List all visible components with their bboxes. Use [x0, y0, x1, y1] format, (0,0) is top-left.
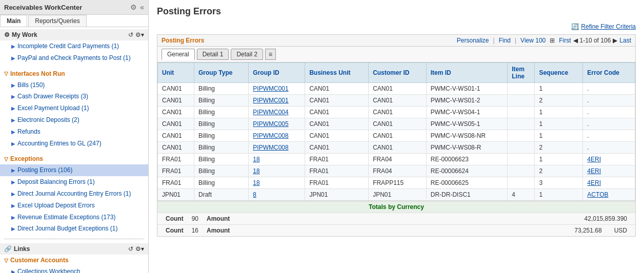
table-cell: 1 — [535, 130, 583, 142]
table-cell — [508, 118, 535, 130]
tab-detail1[interactable]: Detail 1 — [197, 49, 229, 60]
sidebar-item-cash-drawer[interactable]: ▶ Cash Drawer Receipts (3) — [0, 91, 148, 102]
config-icon[interactable]: ⚙▾ — [135, 31, 144, 38]
sidebar-item-excel-upload[interactable]: ▶ Excel Payment Upload (1) — [0, 102, 148, 114]
table-cell[interactable]: 18 — [249, 165, 305, 177]
table-cell: . — [583, 83, 635, 95]
links-header: 🔗 Links ↺ ⚙▾ — [0, 243, 148, 255]
table-cell: JPN01 — [158, 189, 194, 201]
totals-count-value-2: 16 — [192, 227, 198, 234]
tab-general[interactable]: General — [162, 49, 195, 60]
sidebar-item-collections-workbench[interactable]: ▶ Collections Workbench — [0, 266, 148, 273]
table-cell — [508, 142, 535, 154]
table-cell[interactable]: PIPWMC001 — [249, 83, 305, 95]
table-cell[interactable]: 18 — [249, 177, 305, 189]
view-link[interactable]: View 100 — [520, 37, 546, 44]
sidebar-item-posting-errors[interactable]: ▶ Posting Errors (106) — [0, 164, 148, 176]
arrow-right-icon: ▶ — [11, 268, 15, 273]
table-cell[interactable]: PIPWMC008 — [249, 142, 305, 154]
sidebar-item-paypal-echeck[interactable]: ▶ PayPal and eCheck Payments to Post (1) — [0, 52, 148, 64]
interfaces-section: ▽ Interfaces Not Run ▶ Bills (150) ▶ Cas… — [0, 66, 148, 152]
table-cell: CAN01 — [369, 107, 427, 118]
arrow-right-icon: ▶ — [11, 82, 15, 89]
sidebar-item-excel-upload-deposit[interactable]: ▶ Excel Upload Deposit Errors — [0, 200, 148, 212]
table-cell[interactable]: PIPWMC005 — [249, 118, 305, 130]
table-cell — [508, 107, 535, 118]
links-title: 🔗 Links — [4, 245, 30, 253]
first-page-link[interactable]: First — [559, 37, 571, 44]
table-cell[interactable]: 18 — [249, 154, 305, 165]
arrow-right-icon: ▶ — [11, 225, 15, 233]
table-cell: CAN01 — [369, 95, 427, 107]
refresh-links-icon[interactable]: ↺ — [128, 245, 133, 253]
table-cell[interactable]: ACTOB — [583, 189, 635, 201]
sidebar-item-deposit-balancing[interactable]: ▶ Deposit Balancing Errors (1) — [0, 176, 148, 188]
gear-icon[interactable]: ⚙ — [130, 3, 137, 11]
next-arrow-icon[interactable]: ▶ — [613, 37, 617, 44]
sidebar-item-revenue-estimate[interactable]: ▶ Revenue Estimate Exceptions (173) — [0, 212, 148, 223]
table-cell[interactable]: 4ERI — [583, 177, 635, 189]
last-page-link[interactable]: Last — [619, 37, 631, 44]
table-cell: CAN01 — [158, 107, 194, 118]
exceptions-header[interactable]: ▽ Exceptions — [0, 153, 148, 164]
chain-icon: 🔗 — [4, 245, 12, 253]
table-row: FRA01Billing18FRA01FRAPP115RE-0000662534… — [158, 177, 635, 189]
refine-filter-link[interactable]: 🔄 Refine Filter Criteria — [571, 23, 636, 30]
table-cell: 3 — [535, 177, 583, 189]
triangle-icon: ▽ — [4, 156, 8, 162]
tab-icon[interactable]: ≡ — [265, 49, 276, 60]
table-cell: PWMC-V-WS08-NR — [426, 130, 508, 142]
table-cell: . — [583, 142, 635, 154]
table-cell: CAN01 — [158, 118, 194, 130]
table-cell: FRA01 — [158, 165, 194, 177]
table-cell: PWMC-V-WS01-1 — [426, 83, 508, 95]
table-cell — [508, 95, 535, 107]
tab-main[interactable]: Main — [0, 15, 27, 27]
refresh-icon[interactable]: ↺ — [128, 31, 133, 38]
triangle-icon: ▽ — [4, 258, 8, 263]
sidebar-divider — [4, 239, 144, 239]
arrow-right-icon: ▶ — [11, 117, 15, 124]
table-cell[interactable]: 4ERI — [583, 165, 635, 177]
table-cell[interactable]: PIPWMC001 — [249, 95, 305, 107]
sidebar: Receivables WorkCenter ⚙ « Main Reports/… — [0, 0, 149, 273]
table-cell — [508, 165, 535, 177]
mywork-icons: ↺ ⚙▾ — [128, 31, 144, 38]
sidebar-item-accounting-entries[interactable]: ▶ Accounting Entries to GL (247) — [0, 138, 148, 150]
sidebar-item-refunds[interactable]: ▶ Refunds — [0, 126, 148, 138]
tab-detail2[interactable]: Detail 2 — [231, 49, 263, 60]
table-cell[interactable]: 4ERI — [583, 154, 635, 165]
arrow-right-icon: ▶ — [11, 129, 15, 136]
table-cell — [508, 130, 535, 142]
sidebar-item-bills[interactable]: ▶ Bills (150) — [0, 79, 148, 91]
sidebar-title: Receivables WorkCenter — [4, 4, 82, 11]
sidebar-item-direct-journal-accounting[interactable]: ▶ Direct Journal Accounting Entry Errors… — [0, 188, 148, 200]
table-cell[interactable]: 8 — [249, 189, 305, 201]
table-cell: CAN01 — [305, 83, 369, 95]
table-cell: 1 — [535, 154, 583, 165]
table-cell[interactable]: PIPWMC004 — [249, 107, 305, 118]
customer-accounts-header[interactable]: ▽ Customer Accounts — [0, 255, 148, 266]
sidebar-item-incomplete-credit-card[interactable]: ▶ Incomplete Credit Card Payments (1) — [0, 40, 148, 52]
prev-arrow-icon[interactable]: ◀ — [573, 37, 578, 44]
table-cell: DR-DR-DISC1 — [426, 189, 508, 201]
table-cell[interactable]: PIPWMC008 — [249, 130, 305, 142]
config-links-icon[interactable]: ⚙▾ — [135, 245, 144, 253]
sidebar-item-electronic-deposits[interactable]: ▶ Electronic Deposits (2) — [0, 114, 148, 126]
find-link[interactable]: Find — [499, 37, 511, 44]
collapse-icon[interactable]: « — [140, 3, 144, 11]
sidebar-header-icons: ⚙ « — [130, 3, 144, 11]
table-cell: PWMC-V-WS05-1 — [426, 118, 508, 130]
sidebar-item-direct-journal-budget[interactable]: ▶ Direct Journal Budget Exceptions (1) — [0, 223, 148, 235]
tab-reports[interactable]: Reports/Queries — [28, 15, 86, 27]
table-cell: Billing — [194, 118, 248, 130]
personalize-link[interactable]: Personalize — [457, 37, 489, 44]
table-cell: Billing — [194, 83, 248, 95]
arrow-right-icon: ▶ — [11, 191, 15, 198]
arrow-right-icon: ▶ — [11, 179, 15, 186]
col-sequence: Sequence — [535, 63, 583, 83]
interfaces-header[interactable]: ▽ Interfaces Not Run — [0, 68, 148, 79]
table-cell: 4 — [508, 189, 535, 201]
table-cell: CAN01 — [369, 130, 427, 142]
mywork-header[interactable]: ⚙ My Work ↺ ⚙▾ — [0, 29, 148, 40]
